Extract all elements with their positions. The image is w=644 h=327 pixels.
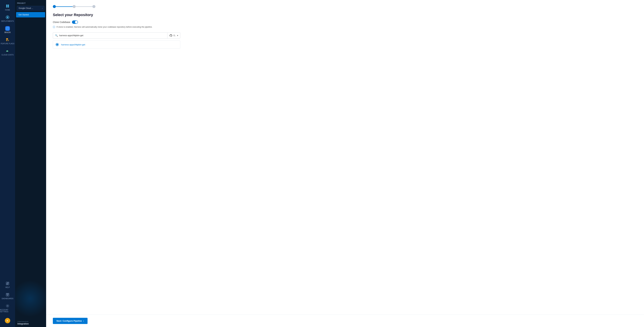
sidebar-item-home-label: Home	[5, 9, 10, 11]
github-icon	[170, 34, 172, 37]
page-title: Select your Repository	[53, 13, 637, 17]
step-1-dot	[53, 5, 56, 8]
ci-sub-label: CONTINUOUS	[18, 321, 44, 323]
sidebar-item-feature-flags[interactable]: Feature Flags	[0, 35, 15, 46]
project-selector[interactable]: Google Cloud ... ›	[17, 6, 44, 10]
ci-label: CONTINUOUS Integration	[15, 319, 46, 327]
home-icon	[5, 4, 10, 8]
sidebar-item-builds-label: Builds	[4, 31, 10, 33]
bottom-bar: Next: Configure Pipeline ›	[46, 315, 644, 327]
radio-button-selected	[56, 43, 59, 46]
gear-icon	[5, 304, 10, 308]
step-line-2	[76, 6, 92, 7]
next-button[interactable]: Next: Configure Pipeline ›	[53, 318, 88, 324]
svg-rect-16	[8, 293, 9, 294]
icon-nav: Home Deployments Builds	[0, 0, 15, 327]
icon-nav-bottom: HELP DASHBOARDS ACCOUNT SETT	[0, 279, 15, 325]
sidebar-item-dashboards[interactable]: DASHBOARDS	[0, 290, 15, 302]
sidebar-item-feature-flags-label: Feature Flags	[1, 43, 14, 44]
project-name: Google Cloud ...	[18, 7, 33, 9]
repo-list: harness-apps/httpbin-get	[53, 40, 180, 48]
step-3-dot	[92, 5, 96, 8]
ci-main-label: Integration	[18, 323, 44, 325]
builds-icon	[5, 26, 10, 31]
sidebar-item-cloud-costs-label: Cloud Costs	[2, 54, 14, 56]
svg-rect-15	[6, 293, 8, 294]
svg-rect-18	[8, 294, 9, 296]
content-area: Select your Repository Clone Codebase ⓘ …	[46, 0, 644, 315]
search-container: 🔍 G.. ▾	[53, 32, 180, 38]
search-input[interactable]	[59, 32, 165, 38]
svg-rect-9	[8, 40, 9, 41]
help-icon	[5, 281, 10, 286]
chevron-right-icon: ›	[42, 7, 42, 9]
sidebar-item-account-settings[interactable]: ACCOUNT SETTINGS	[0, 302, 15, 315]
svg-point-6	[6, 27, 9, 30]
step-2-dot	[72, 5, 76, 8]
sidebar-item-deployments[interactable]: Deployments	[0, 13, 15, 24]
next-button-chevron-icon: ›	[83, 320, 84, 322]
svg-rect-11	[6, 282, 8, 284]
sidebar-item-home[interactable]: Home	[0, 2, 15, 13]
side-nav-get-started[interactable]: Get Started	[16, 12, 45, 17]
dashboards-icon	[5, 292, 10, 297]
svg-rect-12	[6, 284, 8, 285]
svg-rect-7	[6, 38, 8, 39]
sidebar-item-help-label: HELP	[5, 287, 10, 288]
step-line-1	[56, 6, 72, 7]
sidebar-item-cloud-costs[interactable]: $ Cloud Costs	[0, 46, 15, 58]
svg-rect-13	[8, 282, 9, 283]
stepper	[53, 5, 637, 8]
svg-rect-14	[8, 283, 9, 285]
svg-point-19	[7, 305, 8, 307]
deployments-icon	[5, 15, 10, 19]
side-bg-decoration	[15, 280, 46, 317]
clone-info-row: ⓘ If clone is enabled, Harness will auto…	[53, 25, 637, 29]
project-label: Project	[15, 0, 46, 6]
sidebar-item-account-settings-label: ACCOUNT SETTINGS	[0, 309, 15, 313]
svg-text:$: $	[7, 51, 8, 52]
side-panel: Project Google Cloud ... › Get Started C…	[15, 0, 46, 327]
svg-rect-3	[8, 6, 9, 7]
github-dropdown-icon: ▾	[177, 34, 178, 37]
sidebar-item-dashboards-label: DASHBOARDS	[2, 298, 14, 300]
sidebar-item-builds[interactable]: Builds	[0, 24, 15, 35]
next-button-label: Next: Configure Pipeline	[56, 320, 82, 322]
cloud-costs-icon: $	[5, 48, 10, 53]
repo-name: harness-apps/httpbin-get	[61, 43, 85, 46]
user-avatar-item[interactable]: K	[0, 316, 15, 325]
clone-codebase-row: Clone Codebase	[53, 20, 637, 24]
clone-codebase-label: Clone Codebase	[53, 21, 70, 23]
feature-flags-icon	[5, 37, 10, 42]
sidebar-item-deployments-label: Deployments	[1, 20, 14, 22]
svg-rect-1	[8, 5, 9, 6]
svg-rect-17	[6, 294, 8, 296]
info-icon: ⓘ	[53, 26, 55, 29]
main-content: Select your Repository Clone Codebase ⓘ …	[46, 0, 644, 327]
repo-item[interactable]: harness-apps/httpbin-get	[53, 40, 180, 48]
search-icon: 🔍	[55, 34, 58, 37]
github-label: G..	[174, 34, 176, 37]
clone-codebase-toggle[interactable]	[72, 20, 78, 24]
github-selector[interactable]: G.. ▾	[167, 33, 180, 38]
svg-rect-0	[6, 5, 8, 6]
sidebar-item-help[interactable]: HELP	[0, 279, 15, 290]
svg-rect-8	[6, 40, 8, 41]
search-input-wrapper: 🔍	[53, 32, 167, 38]
svg-rect-2	[6, 6, 8, 7]
avatar: K	[5, 318, 10, 323]
clone-info-text: If clone is enabled, Harness will automa…	[56, 25, 152, 28]
